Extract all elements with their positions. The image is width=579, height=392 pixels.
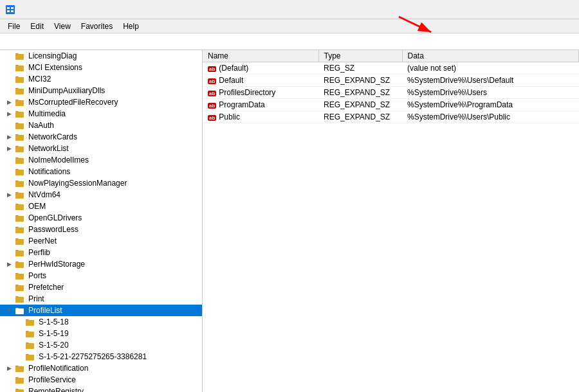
value-name: abDefault: [203, 75, 318, 87]
tree-item-label: NaAuth: [27, 121, 54, 130]
value-type: REG_SZ: [318, 62, 402, 75]
expand-arrow[interactable]: [5, 258, 13, 270]
tree-item-label: PerHwIdStorage: [27, 260, 85, 269]
col-header-name[interactable]: Name: [203, 50, 318, 62]
tree-item-label: Notifications: [27, 167, 70, 176]
menu-view[interactable]: View: [49, 21, 76, 32]
tree-item-label: OEM: [27, 202, 46, 211]
tree-item-label: MsCorruptedFileRecovery: [27, 98, 118, 107]
folder-icon: [15, 271, 25, 280]
expand-arrow: [15, 339, 23, 351]
menu-bar: File Edit View Favorites Help: [0, 19, 579, 33]
tree-item-OpenGLDrivers[interactable]: OpenGLDrivers: [0, 212, 202, 224]
tree-item-label: PeerNet: [27, 236, 57, 245]
tree-item-LicensingDiag[interactable]: LicensingDiag: [0, 50, 202, 62]
folder-icon: [15, 109, 25, 118]
folder-icon: [25, 317, 35, 326]
value-data: %SystemDrive%\Users: [402, 87, 579, 99]
tree-item-PeerNet[interactable]: PeerNet: [0, 235, 202, 247]
tree-item-RemoteRegistry[interactable]: RemoteRegistry: [0, 386, 202, 392]
tree-item-NowPlayingSessionManager[interactable]: NowPlayingSessionManager: [0, 177, 202, 189]
expand-arrow: [5, 85, 13, 96]
table-row[interactable]: abProgramDataREG_EXPAND_SZ%SystemDrive%\…: [203, 99, 579, 111]
tree-item-MiniDumpAuxiliaryDlls[interactable]: MiniDumpAuxiliaryDlls: [0, 85, 202, 96]
svg-rect-93: [15, 378, 24, 383]
svg-rect-48: [15, 204, 24, 209]
registry-tree[interactable]: LicensingDiag MCI Extensions MCI32 MiniD…: [0, 50, 203, 392]
folder-icon: [15, 236, 25, 245]
tree-item-S-1-5-19[interactable]: S-1-5-19: [0, 328, 202, 339]
tree-item-label: MCI Extensions: [27, 63, 82, 72]
tree-item-Perflib[interactable]: Perflib: [0, 247, 202, 258]
tree-item-NetworkList[interactable]: NetworkList: [0, 143, 202, 154]
tree-item-label: MCI32: [27, 75, 51, 84]
tree-item-S-1-5-20[interactable]: S-1-5-20: [0, 339, 202, 351]
tree-item-NaAuth[interactable]: NaAuth: [0, 120, 202, 131]
tree-item-Ports[interactable]: Ports: [0, 270, 202, 281]
tree-item-S-1-5-21-long[interactable]: S-1-5-21-2275275265-3386281: [0, 351, 202, 362]
tree-item-NetworkCards[interactable]: NetworkCards: [0, 131, 202, 143]
expand-arrow: [5, 235, 13, 247]
tree-item-label: Ports: [27, 271, 46, 280]
tree-item-MCI32[interactable]: MCI32: [0, 73, 202, 85]
folder-icon: [15, 375, 25, 384]
tree-item-ProfileList[interactable]: ProfileList: [0, 305, 202, 316]
menu-help[interactable]: Help: [118, 21, 144, 32]
svg-rect-72: [15, 297, 24, 302]
tree-item-Notifications[interactable]: Notifications: [0, 166, 202, 177]
folder-icon: [15, 75, 25, 84]
tree-item-label: PasswordLess: [27, 225, 78, 234]
tree-item-Multimedia[interactable]: Multimedia: [0, 108, 202, 120]
menu-edit[interactable]: Edit: [25, 21, 49, 32]
main-area: LicensingDiag MCI Extensions MCI32 MiniD…: [0, 50, 579, 392]
table-row[interactable]: abPublicREG_EXPAND_SZ%SystemDrive%\Users…: [203, 111, 579, 123]
folder-icon: [15, 294, 25, 303]
close-button[interactable]: [544, 0, 574, 19]
tree-item-label: Prefetcher: [27, 283, 64, 292]
expand-arrow[interactable]: [5, 108, 13, 120]
table-row[interactable]: abDefaultREG_EXPAND_SZ%SystemDrive%\User…: [203, 75, 579, 87]
menu-favorites[interactable]: Favorites: [76, 21, 118, 32]
col-header-data[interactable]: Data: [402, 50, 579, 62]
reg-type-icon: ab: [208, 115, 216, 121]
folder-icon: [15, 387, 25, 392]
tree-item-PerHwIdStorage[interactable]: PerHwIdStorage: [0, 258, 202, 270]
tree-item-label: S-1-5-19: [37, 329, 69, 338]
expand-arrow[interactable]: [5, 131, 13, 143]
tree-item-ProfileNotification[interactable]: ProfileNotification: [0, 362, 202, 374]
table-row[interactable]: abProfilesDirectoryREG_EXPAND_SZ%SystemD…: [203, 87, 579, 99]
values-table: Name Type Data ab(Default)REG_SZ(value n…: [203, 50, 579, 123]
svg-rect-78: [26, 320, 34, 325]
svg-rect-33: [15, 147, 24, 152]
tree-item-S-1-5-18[interactable]: S-1-5-18: [0, 316, 202, 328]
tree-item-MCIExtensions[interactable]: MCI Extensions: [0, 62, 202, 73]
menu-file[interactable]: File: [3, 21, 25, 32]
expand-arrow[interactable]: [5, 96, 13, 108]
tree-item-label: ProfileNotification: [27, 364, 88, 373]
expand-arrow[interactable]: [5, 305, 13, 316]
expand-arrow[interactable]: [5, 189, 13, 200]
tree-item-label: MiniDumpAuxiliaryDlls: [27, 86, 105, 95]
tree-item-PasswordLess[interactable]: PasswordLess: [0, 224, 202, 235]
svg-rect-63: [15, 262, 24, 267]
tree-item-MsCorruptedFileRecovery[interactable]: MsCorruptedFileRecovery: [0, 96, 202, 108]
folder-icon: [15, 248, 25, 257]
tree-item-NoImeModelImes[interactable]: NoImeModelImes: [0, 154, 202, 166]
minimize-button[interactable]: [515, 0, 544, 19]
col-header-type[interactable]: Type: [318, 50, 402, 62]
tree-item-label: LicensingDiag: [27, 51, 77, 60]
tree-item-Print[interactable]: Print: [0, 293, 202, 305]
tree-item-OEM[interactable]: OEM: [0, 200, 202, 212]
table-row[interactable]: ab(Default)REG_SZ(value not set): [203, 62, 579, 75]
tree-item-Prefetcher[interactable]: Prefetcher: [0, 281, 202, 293]
value-data: %SystemDrive%\ProgramData: [402, 99, 579, 111]
expand-arrow[interactable]: [5, 143, 13, 154]
tree-item-NtVdm64[interactable]: NtVdm64: [0, 189, 202, 200]
svg-rect-54: [15, 227, 24, 233]
tree-item-ProfileService[interactable]: ProfileService: [0, 374, 202, 386]
svg-rect-3: [7, 10, 10, 12]
expand-arrow[interactable]: [5, 362, 13, 374]
expand-arrow: [5, 177, 13, 189]
svg-rect-24: [15, 112, 24, 117]
svg-rect-81: [26, 332, 34, 337]
